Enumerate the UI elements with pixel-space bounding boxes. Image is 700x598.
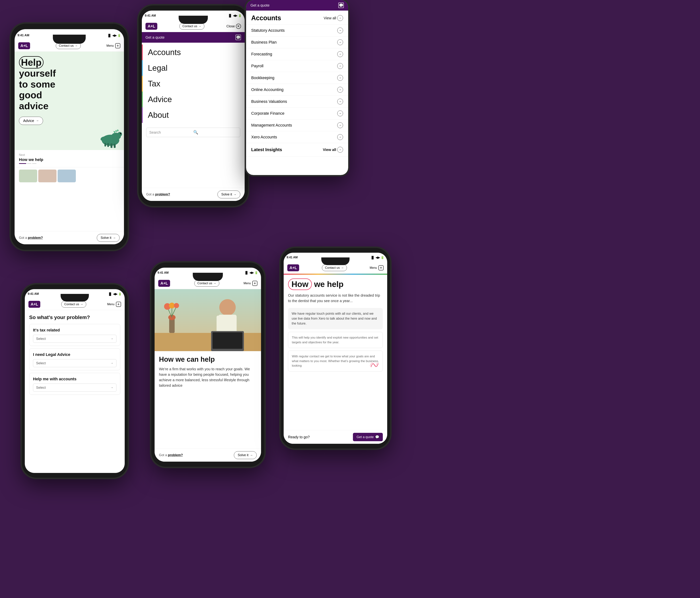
phone3-screen: Get a quote 💬 Accounts View all → Statut… — [246, 0, 348, 175]
phone2-close-button[interactable]: Close ✕ — [226, 24, 241, 29]
phone6-card2-text: This will help you identify and exploit … — [292, 336, 378, 344]
phone5-contact-button[interactable]: Contact us → — [194, 280, 219, 286]
phone6-content-card1: We have regular touch points with all ou… — [288, 308, 383, 329]
close-x-icon: ✕ — [236, 24, 241, 29]
phone-accounts-dropdown: Get a quote 💬 Accounts View all → Statut… — [246, 0, 348, 175]
phone6-menu-label: Menu — [370, 266, 377, 270]
phone4-select-accounts-button[interactable]: Select → — [33, 383, 117, 392]
phone1-menu-area: Menu + — [106, 43, 120, 48]
phone6-card3-text: With regular contact we get to know what… — [292, 355, 379, 367]
problem5-link[interactable]: problem? — [168, 453, 183, 457]
phone1-solve-button[interactable]: Solve it → — [97, 234, 120, 242]
account-item-business-valuations[interactable]: Business Valuations → — [246, 96, 348, 107]
phone4-menu-area: Menu + — [107, 302, 121, 307]
account-item-payroll[interactable]: Payroll → — [246, 60, 348, 72]
phone2-search[interactable]: Search 🔍 — [146, 128, 240, 137]
nav-item-legal[interactable]: Legal — [142, 60, 245, 76]
phone6-card1-text: We have regular touch points with all ou… — [292, 312, 377, 325]
chat-icon: 💬 — [235, 35, 241, 40]
phone4-menu-label: Menu — [107, 303, 115, 306]
phone4-contact-button[interactable]: Contact us → — [61, 301, 86, 307]
phone6-subtitle: Our statutory accounts service is not li… — [288, 293, 383, 303]
svg-rect-7 — [104, 143, 106, 146]
solve5-arrow-icon: → — [250, 454, 253, 457]
account-item-statutory[interactable]: Statutory Accounts → — [246, 25, 348, 36]
phone5-menu-area: Menu + — [244, 281, 257, 286]
phone6-menu-plus-icon[interactable]: + — [378, 265, 383, 270]
business-valuations-arrow-icon: → — [337, 99, 343, 104]
phone6-screen: 9:41 AM ▐▌ ◀▶ 🔋 A+L Contact us → Menu + … — [284, 253, 387, 444]
phone1-advice-button[interactable]: Advice → — [19, 117, 43, 125]
svg-rect-13 — [155, 333, 261, 351]
phone4-menu-plus-icon[interactable]: + — [116, 302, 121, 307]
nav-item-tax[interactable]: Tax — [142, 76, 245, 92]
svg-marker-10 — [116, 130, 117, 132]
squiggle-icon — [369, 360, 380, 369]
phone4-select-tax-button[interactable]: Select → — [33, 335, 117, 343]
phone-how-we-help: 9:41 AM ▐▌ ◀▶ 🔋 A+L Contact us → Menu + — [151, 263, 264, 467]
phone6-ready-text: Ready to go? — [288, 435, 310, 439]
phone6-content-card3: With regular contact we get to know what… — [288, 351, 383, 372]
account-item-bookkeeping[interactable]: Bookkeeping → — [246, 72, 348, 84]
phone1-thumbnail-strip — [15, 167, 124, 184]
account-item-forecasting[interactable]: Forecasting → — [246, 48, 348, 60]
account-item-business-plan[interactable]: Business Plan → — [246, 36, 348, 48]
search-icon: 🔍 — [193, 130, 237, 135]
contact-arrow-icon: → — [75, 44, 78, 47]
phone3-quote-bar[interactable]: Get a quote 💬 — [246, 0, 348, 10]
phone1-hero: Help yourselfto some goodadvice Advice → — [15, 52, 124, 150]
account-item-xero-accounts[interactable]: Xero Accounts → — [246, 131, 348, 143]
svg-point-3 — [120, 133, 121, 134]
phone6-get-quote-button[interactable]: Get a quote 💬 — [353, 433, 383, 441]
phone6-menu-area: Menu + — [370, 265, 383, 270]
svg-point-21 — [174, 303, 179, 308]
phone2-time: 9:41 AM — [145, 14, 156, 17]
nav-item-accounts[interactable]: Accounts — [142, 45, 245, 60]
phone1-screen: 9:41 AM ▐▌ ◀▶ 🔋 A+L Contact us → Menu + … — [15, 29, 124, 244]
phone6-contact-button[interactable]: Contact us → — [322, 265, 347, 271]
phone5-menu-plus-icon[interactable]: + — [252, 281, 257, 286]
phone2-contact-button[interactable]: Contact us → — [179, 23, 204, 29]
contact2-arrow-icon: → — [198, 25, 201, 28]
phone2-solve-button[interactable]: Solve it → — [218, 191, 240, 198]
phone4-screen: 9:41 AM ▐▌ ◀▶ 🔋 A+L Contact us → Menu + … — [25, 289, 125, 473]
phone6-logo: A+L — [287, 264, 299, 271]
phone4-question: So what's your problem? — [29, 315, 120, 320]
account-item-corporate-finance[interactable]: Corporate Finance → — [246, 107, 348, 119]
phone5-help-content: How we can help We're a firm that works … — [155, 351, 261, 393]
nav-item-advice[interactable]: Advice — [142, 92, 245, 107]
insights-view-all[interactable]: View all → — [323, 147, 343, 153]
svg-rect-6 — [107, 143, 109, 147]
phone3-view-all[interactable]: View all → — [324, 15, 343, 21]
payroll-arrow-icon: → — [337, 63, 343, 69]
problem-link[interactable]: problem? — [28, 236, 43, 240]
problem2-link[interactable]: problem? — [155, 193, 170, 196]
phone3-chat-icon: 💬 — [338, 3, 344, 8]
phone1-next-title: How we help — [19, 157, 120, 162]
phone5-notch — [193, 273, 223, 281]
phone5-solve-button[interactable]: Solve it → — [234, 451, 257, 459]
account-item-management-accounts[interactable]: Management Accounts → — [246, 119, 348, 131]
phone1-problem-text: Got a problem? — [19, 236, 43, 240]
svg-rect-27 — [212, 332, 243, 349]
management-accounts-arrow-icon: → — [337, 122, 343, 128]
phone4-card-accounts-title: Help me with accounts — [33, 377, 117, 381]
advice-arrow-icon: → — [36, 119, 39, 122]
nav-item-about[interactable]: About — [142, 107, 245, 123]
phone4-card-accounts: Help me with accounts Select → — [29, 373, 120, 395]
phone6-status-icons: ▐▌ ◀▶ 🔋 — [370, 256, 384, 259]
phone1-next-section: Next How we help — [15, 150, 124, 167]
svg-rect-5 — [114, 144, 116, 148]
phone-hero: 9:41 AM ▐▌ ◀▶ 🔋 A+L Contact us → Menu + … — [11, 24, 128, 250]
phone1-menu-plus-icon[interactable]: + — [115, 43, 120, 48]
thumb-2 — [38, 170, 56, 182]
view-all-arrow-icon: → — [337, 15, 343, 21]
account-item-online-accounting[interactable]: Online Accounting → — [246, 84, 348, 96]
phone4-select-legal-button[interactable]: Select → — [33, 359, 117, 367]
phone6-ready-bar: Ready to go? Get a quote 💬 — [284, 430, 387, 444]
phone2-quote-bar[interactable]: Get a quote 💬 — [142, 32, 245, 43]
phone2-notch — [179, 16, 208, 24]
phone1-progress — [19, 163, 120, 164]
phone-nav-menu: 9:41 AM ▐▌ ◀▶ 🔋 A+L Contact us → Close ✕… — [139, 5, 248, 206]
phone5-menu-label: Menu — [244, 282, 251, 285]
